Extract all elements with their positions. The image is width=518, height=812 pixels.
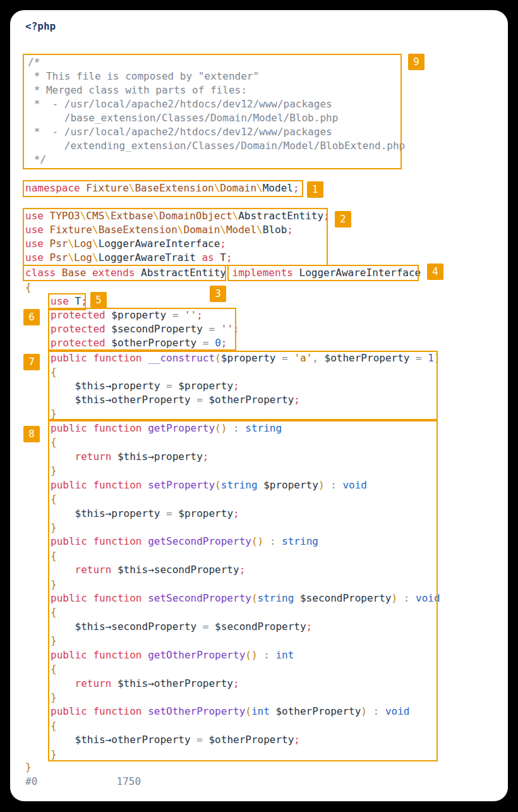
som-badge-9: 9 [408, 54, 425, 70]
som-box-8[interactable] [48, 420, 438, 761]
som-box-9[interactable] [23, 54, 402, 169]
som-box-6[interactable] [48, 308, 236, 351]
som-badge-5: 5 [90, 292, 107, 308]
som-badge-6: 6 [23, 309, 40, 325]
som-box-3[interactable] [23, 265, 226, 281]
som-badge-1: 1 [307, 181, 323, 198]
som-badge-3: 3 [210, 286, 226, 302]
som-box-1[interactable] [23, 180, 303, 197]
som-badge-8: 8 [23, 426, 40, 442]
som-badge-7: 7 [23, 354, 40, 370]
som-box-2[interactable] [23, 208, 328, 266]
som-box-7[interactable] [48, 351, 438, 420]
annotation-layer: 123456789 [0, 0, 518, 812]
som-box-4[interactable] [227, 265, 419, 281]
som-badge-2: 2 [335, 211, 351, 227]
som-badge-4: 4 [427, 264, 443, 280]
